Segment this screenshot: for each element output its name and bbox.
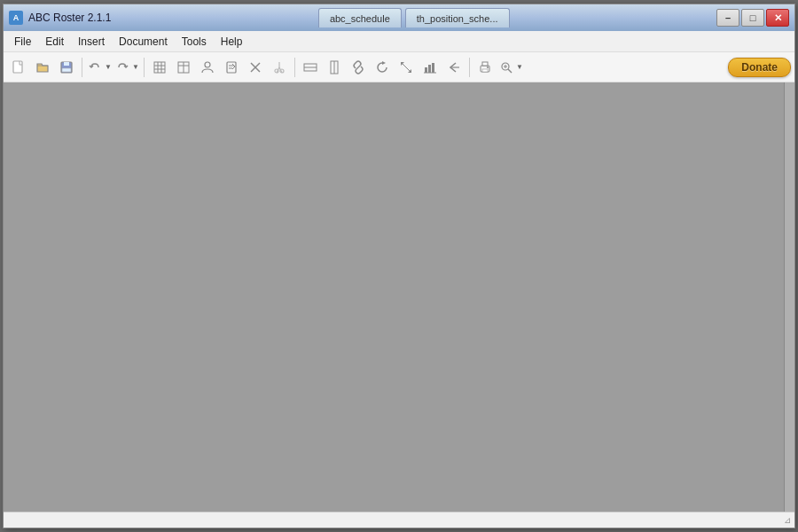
svg-rect-4 <box>64 62 69 66</box>
title-bar-left: A ABC Roster 2.1.1 <box>9 11 111 25</box>
person-button[interactable] <box>196 56 219 79</box>
assignment-icon <box>224 60 239 74</box>
app-icon: A <box>9 11 23 25</box>
refresh-button[interactable] <box>371 56 394 79</box>
delete-button[interactable] <box>244 56 267 79</box>
columns-icon <box>176 60 191 74</box>
tab-abc-schedule[interactable]: abc_schedule <box>318 8 402 27</box>
svg-rect-29 <box>428 65 431 73</box>
cut-icon <box>272 60 286 74</box>
zoom-arrow[interactable]: ▼ <box>515 56 524 79</box>
assignment-button[interactable] <box>220 56 243 79</box>
link-button[interactable] <box>347 56 370 79</box>
resize-grip: ⊿ <box>784 515 791 525</box>
undo-button[interactable] <box>86 56 104 79</box>
separator-4 <box>469 58 470 77</box>
link-icon <box>351 60 365 74</box>
cut-button[interactable] <box>268 56 291 79</box>
minimize-button[interactable]: – <box>716 9 739 27</box>
open-button[interactable] <box>31 56 54 79</box>
svg-rect-5 <box>62 68 71 72</box>
svg-rect-35 <box>482 69 488 72</box>
undo-arrow[interactable]: ▼ <box>104 56 113 79</box>
title-bar-tabs: abc_schedule th_position_sche... <box>318 8 510 27</box>
print-button[interactable] <box>473 56 497 79</box>
expand-icon <box>399 60 413 74</box>
undo-icon <box>89 61 101 74</box>
redo-icon <box>116 61 129 74</box>
menu-file[interactable]: File <box>7 34 38 50</box>
svg-rect-0 <box>13 61 22 73</box>
menu-document[interactable]: Document <box>112 34 175 50</box>
main-content <box>4 82 794 512</box>
grid-icon <box>153 60 167 74</box>
window-title: ABC Roster 2.1.1 <box>28 12 111 24</box>
menu-insert[interactable]: Insert <box>71 34 112 50</box>
zoom-group: ▼ <box>497 56 524 79</box>
col-icon <box>327 60 341 74</box>
open-icon <box>35 60 50 74</box>
svg-point-14 <box>205 62 210 67</box>
redo-button[interactable] <box>113 56 131 79</box>
title-bar-controls: – □ ✕ <box>716 9 789 27</box>
title-bar: A ABC Roster 2.1.1 abc_schedule th_posit… <box>4 4 794 31</box>
delete-icon <box>248 60 262 74</box>
columns-button[interactable] <box>172 56 195 79</box>
separator-1 <box>82 58 82 77</box>
svg-rect-30 <box>432 63 434 73</box>
new-icon <box>12 60 26 74</box>
undo-group: ▼ <box>86 56 113 79</box>
print-icon <box>478 60 492 74</box>
chart-button[interactable] <box>419 56 442 79</box>
maximize-button[interactable]: □ <box>741 9 764 27</box>
col-button[interactable] <box>323 56 346 79</box>
svg-line-38 <box>508 69 512 73</box>
svg-rect-34 <box>482 62 488 66</box>
close-button[interactable]: ✕ <box>766 9 789 27</box>
refresh-icon <box>375 60 389 74</box>
grid-button[interactable] <box>148 56 171 79</box>
svg-line-27 <box>356 66 360 69</box>
svg-rect-6 <box>154 62 165 73</box>
right-scrollbar[interactable] <box>784 82 794 512</box>
save-button[interactable] <box>55 56 78 79</box>
menu-help[interactable]: Help <box>214 34 250 50</box>
zoom-icon <box>500 61 512 74</box>
row-button[interactable] <box>299 56 322 79</box>
status-bar: ⊿ <box>4 512 794 528</box>
separator-3 <box>294 58 295 77</box>
expand-button[interactable] <box>395 56 418 79</box>
person-icon <box>200 60 215 74</box>
svg-point-36 <box>487 66 489 68</box>
redo-arrow[interactable]: ▼ <box>131 56 140 79</box>
separator-2 <box>144 58 145 77</box>
zoom-button[interactable] <box>497 56 515 79</box>
toolbar: ▼ ▼ <box>4 52 794 82</box>
chart-icon <box>423 60 437 74</box>
row-icon <box>303 60 317 74</box>
menu-bar: File Edit Insert Document Tools Help <box>4 31 794 52</box>
arrow-left-button[interactable] <box>442 56 466 79</box>
svg-rect-28 <box>425 67 427 73</box>
menu-tools[interactable]: Tools <box>175 34 214 50</box>
redo-group: ▼ <box>113 56 140 79</box>
tab-position-schedule[interactable]: th_position_sche... <box>405 8 510 27</box>
menu-edit[interactable]: Edit <box>38 34 71 50</box>
main-window: A ABC Roster 2.1.1 abc_schedule th_posit… <box>3 4 795 528</box>
new-button[interactable] <box>7 56 30 79</box>
save-icon <box>59 60 74 74</box>
donate-button[interactable]: Donate <box>728 58 791 77</box>
arrow-left-icon <box>447 60 461 74</box>
